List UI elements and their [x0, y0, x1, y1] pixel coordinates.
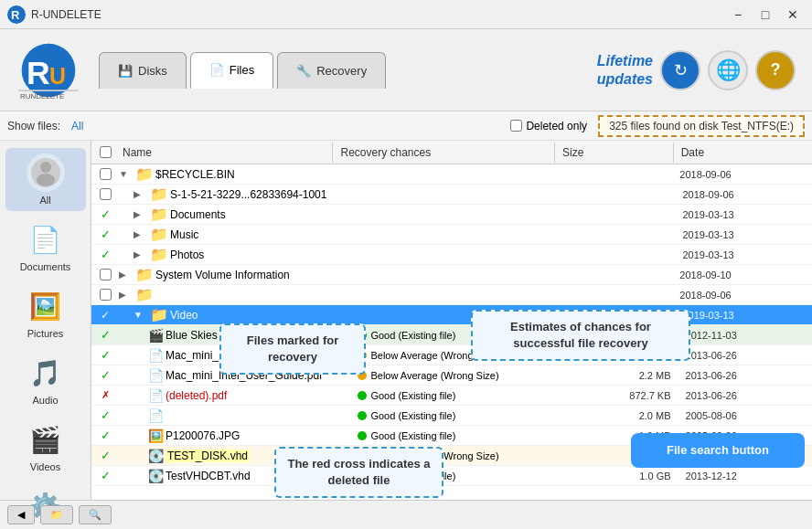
- deleted-only-checkbox[interactable]: Deleted only: [510, 120, 587, 132]
- bottom-bar: ◀ 📁 🔍: [0, 500, 812, 529]
- table-row[interactable]: ✓ 📄 Good (Existing file) 2.0 MB 2005-08-…: [91, 406, 812, 426]
- table-row[interactable]: ▶ 📁 System Volume Information 2018-09-10: [91, 265, 812, 285]
- svg-text:R: R: [11, 8, 20, 22]
- app-logo-small: R: [7, 5, 26, 24]
- help-button[interactable]: ?: [755, 50, 796, 90]
- table-row[interactable]: ✓ 💽 TestVHDCBT.vhd Good (Existing file) …: [91, 466, 812, 486]
- sidebar-audio-label: Audio: [32, 395, 58, 406]
- expand-icon[interactable]: ▶: [134, 249, 148, 259]
- app-logo: R U RUNDELETE: [7, 36, 90, 104]
- search-button[interactable]: 🔍: [79, 505, 112, 524]
- recovery-icon: 🔧: [296, 64, 311, 78]
- lifetime-text: Lifetime updates: [597, 52, 653, 87]
- table-row[interactable]: ▶ 📁 S-1-5-21-3229...62833694-1001 2018-0…: [91, 185, 812, 205]
- recovery-dot-green: [358, 411, 367, 420]
- table-row[interactable]: ✓ ▶ 📁 Photos 2019-03-13: [91, 245, 812, 265]
- svg-text:U: U: [49, 63, 66, 89]
- pictures-icon: 🖼️: [27, 287, 65, 325]
- sidebar: All 📄 Documents 🖼️ Pictures 🎵 Audio 🎬 Vi…: [0, 141, 91, 500]
- back-button[interactable]: ◀: [7, 505, 35, 524]
- svg-text:R: R: [27, 55, 50, 91]
- table-row[interactable]: ▼ 📁 $RECYCLE.BIN 2018-09-06: [91, 164, 812, 185]
- sidebar-item-all[interactable]: All: [5, 148, 86, 211]
- tab-files[interactable]: 📄 Files: [190, 52, 273, 89]
- toolbar: Show files: All Deleted only 325 files f…: [0, 111, 812, 141]
- svg-text:RUNDELETE: RUNDELETE: [20, 92, 64, 101]
- table-row[interactable]: ✓ ▼ 📁 Video 2019-03-13: [91, 305, 812, 325]
- minimize-button[interactable]: −: [726, 5, 750, 24]
- table-row[interactable]: ✓ ▶ 📁 Music 2019-03-13: [91, 225, 812, 245]
- disk-icon: 💾: [118, 64, 133, 78]
- app-title: R-UNDELETE: [31, 8, 726, 21]
- table-row[interactable]: ✓ 🎬 Blue Skies (1946)...erlin.Musical.av…: [91, 325, 812, 345]
- col-date-header: Date: [674, 143, 812, 163]
- flag-button[interactable]: 🌐: [708, 50, 748, 90]
- table-row[interactable]: ▶ 📁 2018-09-06: [91, 285, 812, 305]
- expand-icon[interactable]: ▼: [134, 310, 148, 320]
- window-controls: − □ ✕: [726, 5, 805, 24]
- bottom-left-controls: ◀ 📁 🔍: [7, 505, 112, 524]
- expand-icon[interactable]: ▶: [134, 189, 148, 199]
- callout-red-cross: The red cross indicates a deleted file: [274, 447, 443, 498]
- documents-icon: 📄: [27, 220, 65, 259]
- col-recovery-header: Recovery chances: [333, 143, 554, 163]
- header-checkbox-col: [91, 146, 119, 158]
- found-badge: 325 files found on disk Test_NTFS(E:): [598, 115, 805, 137]
- select-all-checkbox[interactable]: [100, 146, 112, 158]
- svg-point-8: [40, 162, 51, 173]
- refresh-button[interactable]: ↻: [660, 50, 700, 90]
- file-icon: 📄: [209, 63, 224, 77]
- table-row[interactable]: ✓ 📄 Mac_mini_Early2009_UG.pdf Below Aver…: [91, 345, 812, 365]
- audio-icon: 🎵: [27, 354, 65, 392]
- titlebar: R R-UNDELETE − □ ✕: [0, 0, 812, 29]
- tab-disks-label: Disks: [138, 64, 167, 78]
- expand-icon[interactable]: ▶: [134, 229, 148, 239]
- expand-icon[interactable]: ▼: [119, 169, 134, 179]
- tab-files-label: Files: [230, 63, 254, 77]
- callout-file-search[interactable]: File search button: [631, 433, 805, 468]
- videos-icon: 🎬: [27, 420, 65, 459]
- table-row[interactable]: ✗ 📄 (deleted).pdf Good (Existing file) 8…: [91, 386, 812, 406]
- sidebar-item-audio[interactable]: 🎵 Audio: [5, 348, 86, 411]
- expand-icon[interactable]: ▶: [134, 209, 148, 219]
- show-files-label: Show files:: [7, 120, 60, 132]
- maximize-button[interactable]: □: [753, 5, 777, 24]
- sidebar-all-label: All: [39, 195, 50, 206]
- col-size-header: Size: [555, 143, 674, 163]
- tab-disks[interactable]: 💾 Disks: [99, 52, 187, 89]
- table-row[interactable]: ✓ 📄 Mac_mini_Intel_User_Guide.pdf Below …: [91, 365, 812, 386]
- recovery-dot-green: [358, 391, 367, 400]
- tab-recovery-label: Recovery: [316, 64, 367, 78]
- tab-recovery[interactable]: 🔧 Recovery: [277, 52, 386, 89]
- sidebar-videos-label: Videos: [30, 461, 60, 472]
- folder-button[interactable]: 📁: [40, 505, 73, 524]
- show-files-dropdown[interactable]: All: [71, 120, 83, 132]
- sidebar-item-pictures[interactable]: 🖼️ Pictures: [5, 281, 86, 344]
- recovery-dot-green: [358, 431, 367, 440]
- sidebar-item-documents[interactable]: 📄 Documents: [5, 215, 86, 278]
- callout-files-marked: Files marked for recovery: [219, 323, 366, 375]
- column-headers: Name Recovery chances Size Date: [91, 141, 812, 164]
- sidebar-documents-label: Documents: [20, 261, 71, 272]
- all-icon: [27, 153, 65, 192]
- main-content: All 📄 Documents 🖼️ Pictures 🎵 Audio 🎬 Vi…: [0, 141, 812, 500]
- expand-icon[interactable]: ▶: [119, 290, 134, 300]
- tab-bar: 💾 Disks 📄 Files 🔧 Recovery: [99, 52, 597, 89]
- lifetime-banner: Lifetime updates ↻ 🌐 ?: [597, 50, 805, 90]
- sidebar-pictures-label: Pictures: [27, 328, 64, 339]
- table-row[interactable]: ✓ ▶ 📁 Documents 2019-03-13: [91, 205, 812, 225]
- callout-estimates: Estimates of chances for successful file…: [471, 310, 690, 361]
- col-name-header[interactable]: Name: [119, 143, 333, 163]
- expand-icon[interactable]: ▶: [119, 270, 134, 280]
- close-button[interactable]: ✕: [781, 5, 805, 24]
- sidebar-item-videos[interactable]: 🎬 Videos: [5, 415, 86, 478]
- header: R U RUNDELETE 💾 Disks 📄 Files 🔧 Recovery…: [0, 29, 812, 111]
- svg-point-9: [37, 174, 55, 186]
- file-panel: Name Recovery chances Size Date ▼ 📁 $REC…: [91, 141, 812, 500]
